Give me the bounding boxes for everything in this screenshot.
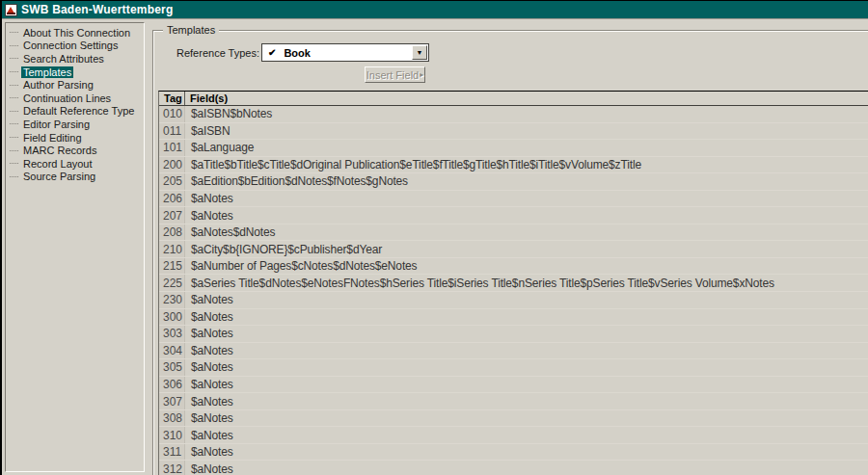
- sidebar-tree: About This ConnectionConnection Settings…: [5, 22, 145, 472]
- table-row[interactable]: 206$aNotes: [159, 191, 868, 208]
- fields-cell: $aCity$b{IGNORE}$cPublisher$dYear: [185, 243, 382, 256]
- sidebar-item-label: Field Editing: [21, 132, 84, 144]
- table-row[interactable]: 300$aNotes: [159, 309, 868, 327]
- sidebar-item-continuation-lines[interactable]: Continuation Lines: [6, 92, 144, 105]
- tree-branch-icon: [10, 32, 18, 33]
- tag-cell: 206: [159, 191, 185, 207]
- table-row[interactable]: 306$aNotes: [159, 377, 868, 394]
- sidebar-item-marc-records[interactable]: MARC Records: [6, 144, 144, 157]
- table-row[interactable]: 205$aEdition$bEdition$dNotes$fNotes$gNot…: [159, 173, 868, 191]
- templates-group-label: Templates: [163, 24, 219, 36]
- table-row[interactable]: 230$aNotes: [159, 292, 868, 309]
- tree-branch-icon: [10, 58, 18, 59]
- fields-cell: $aISBN: [185, 124, 230, 138]
- sidebar-item-label: Author Parsing: [21, 79, 95, 91]
- tag-cell: 011: [159, 123, 185, 140]
- tree-branch-icon: [10, 123, 18, 124]
- sidebar-item-label: Editor Parsing: [21, 119, 92, 130]
- tag-cell: 304: [159, 343, 185, 359]
- app-icon-base: [7, 13, 15, 14]
- tree-branch-icon: [10, 150, 18, 151]
- sidebar-item-record-layout[interactable]: Record Layout: [6, 157, 144, 171]
- tag-cell: 230: [159, 292, 185, 308]
- fields-cell: $aNotes: [185, 209, 233, 223]
- table-row[interactable]: 208$aNotes$dNotes: [159, 224, 868, 242]
- dropdown-arrow-button[interactable]: ▼: [412, 45, 427, 60]
- sidebar-item-search-attributes[interactable]: Search Attributes: [6, 52, 144, 66]
- sidebar-item-templates[interactable]: Templates: [6, 66, 144, 79]
- tag-cell: 208: [159, 224, 185, 241]
- sidebar-item-default-reference-type[interactable]: Default Reference Type: [6, 105, 144, 119]
- table-row[interactable]: 210$aCity$b{IGNORE}$cPublisher$dYear: [159, 241, 868, 258]
- sidebar-item-label: Templates: [21, 66, 73, 78]
- fields-cell: $aNotes: [185, 429, 233, 442]
- tree-branch-icon: [10, 97, 18, 98]
- chevron-down-icon: ▼: [417, 49, 423, 56]
- fields-cell: $aNumber of Pages$cNotes$dNotes$eNotes: [185, 259, 417, 273]
- tag-cell: 010: [159, 106, 185, 122]
- fields-cell: $aNotes: [185, 360, 233, 374]
- fields-cell: $aSeries Title$dNotes$eNotesFNotes$hSeri…: [185, 277, 774, 290]
- tag-cell: 210: [159, 241, 185, 257]
- fields-cell: $aEdition$bEdition$dNotes$fNotes$gNotes: [185, 174, 408, 188]
- tag-cell: 305: [159, 359, 185, 376]
- fields-cell: $aNotes: [185, 462, 233, 475]
- tree-branch-icon: [10, 85, 18, 86]
- fields-cell: $aNotes$dNotes: [185, 225, 275, 239]
- table-row[interactable]: 311$aNotes: [159, 444, 868, 462]
- table-row[interactable]: 225$aSeries Title$dNotes$eNotesFNotes$hS…: [159, 275, 868, 292]
- table-row[interactable]: 312$aNotes: [159, 461, 868, 475]
- window-title: SWB Baden-Wuerttemberg: [21, 3, 174, 16]
- sidebar-item-label: Default Reference Type: [21, 105, 136, 117]
- table-row[interactable]: 303$aNotes: [159, 326, 868, 343]
- tree-branch-icon: [10, 111, 18, 112]
- sidebar-item-field-editing[interactable]: Field Editing: [6, 131, 144, 145]
- sidebar-item-connection-settings[interactable]: Connection Settings: [6, 40, 144, 53]
- sidebar-item-author-parsing[interactable]: Author Parsing: [6, 78, 144, 92]
- tag-cell: 207: [159, 207, 185, 224]
- insert-field-button[interactable]: Insert Field▸: [365, 66, 425, 83]
- sidebar-item-editor-parsing[interactable]: Editor Parsing: [6, 118, 144, 131]
- sidebar-item-source-parsing[interactable]: Source Parsing: [6, 171, 144, 184]
- tree-branch-icon: [10, 45, 18, 46]
- sidebar-item-label: Continuation Lines: [21, 92, 113, 104]
- tag-cell: 300: [159, 309, 185, 326]
- table-row[interactable]: 207$aNotes: [159, 207, 868, 224]
- fields-cell: $aNotes: [185, 445, 233, 459]
- fields-cell: $aTitle$bTitle$cTitle$dOriginal Publicat…: [185, 158, 641, 172]
- app-icon[interactable]: [5, 4, 17, 16]
- sidebar-item-label: Search Attributes: [21, 53, 106, 65]
- sidebar-item-label: MARC Records: [21, 145, 98, 156]
- fields-cell: $aNotes: [185, 192, 233, 205]
- sidebar-item-label: About This Connection: [21, 27, 132, 39]
- table-row[interactable]: 200$aTitle$bTitle$cTitle$dOriginal Publi…: [159, 157, 868, 174]
- sidebar-item-about-this-connection[interactable]: About This Connection: [6, 26, 144, 40]
- fields-cell: $aNotes: [185, 411, 233, 425]
- reference-type-select[interactable]: ✔ Book ▼: [261, 43, 429, 62]
- table-row[interactable]: 305$aNotes: [159, 359, 868, 377]
- tag-cell: 311: [159, 444, 185, 461]
- fields-cell: $aNotes: [185, 344, 233, 357]
- tree-branch-icon: [10, 176, 18, 177]
- table-row[interactable]: 307$aNotes: [159, 393, 868, 410]
- column-header-tag: Tag: [159, 92, 185, 105]
- tag-cell: 306: [159, 377, 185, 393]
- column-header-fields: Field(s): [185, 92, 228, 104]
- tree-branch-icon: [10, 71, 18, 72]
- templates-table: Tag Field(s) 010$aISBN$bNotes011$aISBN10…: [158, 91, 868, 475]
- check-icon: ✔: [268, 47, 276, 58]
- table-row[interactable]: 011$aISBN: [159, 123, 868, 141]
- table-row[interactable]: 101$aLanguage: [159, 140, 868, 157]
- table-row[interactable]: 310$aNotes: [159, 427, 868, 444]
- tag-cell: 101: [159, 140, 185, 156]
- tag-cell: 200: [159, 157, 185, 173]
- tag-cell: 215: [159, 258, 185, 275]
- titlebar[interactable]: SWB Baden-Wuerttemberg: [2, 1, 868, 19]
- table-row[interactable]: 304$aNotes: [159, 343, 868, 360]
- tree-branch-icon: [10, 137, 18, 138]
- table-row[interactable]: 010$aISBN$bNotes: [159, 106, 868, 123]
- table-row[interactable]: 308$aNotes: [159, 410, 868, 428]
- table-row[interactable]: 215$aNumber of Pages$cNotes$dNotes$eNote…: [159, 258, 868, 276]
- sidebar-item-label: Connection Settings: [21, 40, 120, 51]
- reference-types-label: Reference Types:: [176, 47, 259, 59]
